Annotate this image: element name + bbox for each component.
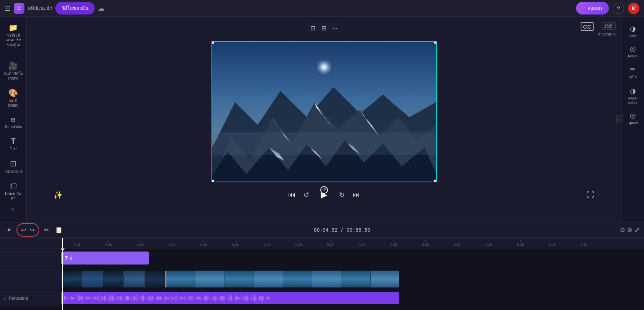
ruler-mark-5: 0:18 [220, 240, 251, 247]
add-track-button[interactable]: ✦ [5, 224, 13, 236]
timeline-area: ✦ ↩ ↪ ✂ 📋 00:04.32 / 00:36.50 ⌄ ⊖ ⊕ ⤢ 0:… [0, 222, 644, 310]
zoom-out-button[interactable]: ⊖ [620, 226, 625, 234]
right-panel-speed[interactable]: ◎ Speed [622, 109, 644, 128]
more-button[interactable]: ··· [331, 24, 339, 32]
undo-button[interactable]: ↩ [19, 225, 27, 235]
sidebar-item-record[interactable]: 🎥 บันทึกวิดีโอcreate [2, 58, 25, 84]
right-panel-fade[interactable]: ◑ Fade [622, 21, 644, 41]
preview-area: CC 16:9 คำบรรยาย ⊡ ⊞ ··· [27, 17, 621, 222]
skip-back-button[interactable]: ⏮ [288, 190, 296, 199]
folder-icon: 📁 [8, 23, 18, 32]
ruler-mark-9: 0:30 [346, 240, 378, 247]
right-panel-adjust[interactable]: ◑ Adjust colors [622, 84, 644, 108]
forward-button[interactable]: ↻ [339, 191, 345, 199]
adjust-icon: ◑ [630, 87, 636, 95]
cc-badge[interactable]: CC [581, 22, 594, 31]
handle-tl[interactable] [211, 41, 214, 44]
sidebar-item-label-templates: Templates [5, 125, 22, 129]
text-icon: T [11, 137, 15, 146]
waveform [64, 295, 396, 302]
app-logo: C [14, 3, 24, 14]
crop-button[interactable]: ⊡ [309, 24, 317, 32]
edit-icon: ✏ [630, 65, 636, 73]
text-track-content: ธ. [70, 255, 74, 262]
timeline-ruler: 0:03 0:06 0:09 0:12 0:15 0:18 0:21 0:24 … [0, 238, 644, 248]
ruler-mark-7: 0:24 [283, 240, 315, 247]
topbar-left: ☰ C คลิปแนะนำ วิดีโอของฉัน ☁ [5, 2, 572, 15]
left-sidebar: 📁 การซิงค์เดนมาร์ชของคุณ 🎥 บันทึกวิดีโอc… [0, 17, 27, 222]
right-panel-adjust-label: Adjust colors [624, 96, 642, 105]
paste-button[interactable]: 📋 [53, 225, 64, 235]
clip-split-marker [165, 271, 166, 287]
sidebar-item-label-transitions: Transitions [4, 169, 23, 174]
record-icon: 🎥 [8, 61, 18, 70]
cut-button[interactable]: ✂ [42, 225, 50, 235]
topbar: ☰ C คลิปแนะนำ วิดีโอของฉัน ☁ ↑ ส่งออก ? … [0, 0, 644, 17]
audio-track-content[interactable] [61, 292, 399, 304]
rotate-handle[interactable]: ↺ [320, 186, 328, 194]
rewind-button[interactable]: ↺ [303, 191, 309, 199]
sidebar-separator [6, 55, 21, 55]
video-frame-wrapper: ↺ [211, 41, 437, 182]
redo-button[interactable]: ↪ [28, 225, 36, 235]
text-track-block[interactable]: T ธ. [61, 252, 149, 265]
ruler-marks: 0:03 0:06 0:09 0:12 0:15 0:18 0:21 0:24 … [61, 240, 600, 247]
right-panel-filters[interactable]: ◎ Filters [622, 42, 644, 61]
ruler-mark-13: 0:42 [473, 240, 505, 247]
mountain-svg [212, 42, 436, 182]
zoom-fit-button[interactable]: ⤢ [634, 226, 639, 234]
magic-edit-button[interactable]: ✨ [53, 190, 63, 200]
right-panel-filters-label: Filters [628, 54, 638, 58]
subtitle-label: คำบรรยาย [598, 31, 616, 37]
sidebar-item-label-record: บันทึกวิดีโอcreate [4, 71, 23, 81]
text-icon-track: T [65, 255, 68, 261]
tab-my-video[interactable]: วิดีโอของฉัน [55, 2, 95, 15]
text-track-row: T ธ. [0, 248, 644, 268]
right-panel-collapse-btn[interactable]: ‹ [616, 115, 623, 124]
ruler-mark-16: 0:51 [568, 240, 600, 247]
fullscreen-button[interactable]: ⛶ [587, 190, 594, 199]
sidebar-item-library[interactable]: 🎨 ชุดสีlibrary [2, 85, 25, 111]
handle-br[interactable] [434, 180, 437, 182]
video-clip-2[interactable] [166, 271, 399, 287]
handle-tr[interactable] [434, 41, 437, 44]
library-icon: 🎨 [8, 88, 18, 97]
ruler-mark-6: 0:21 [251, 240, 283, 247]
center-panel: CC 16:9 คำบรรยาย ⊡ ⊞ ··· [27, 17, 621, 222]
ruler-mark-14: 0:45 [505, 240, 536, 247]
undo-redo-group: ↩ ↪ [16, 223, 39, 237]
ruler-mark-2: 0:09 [124, 240, 156, 247]
right-panel-edit[interactable]: ✏ แก้ไข [622, 62, 644, 83]
audio-track-name: Transcend [8, 296, 28, 300]
timeline-tracks: T ธ. [0, 248, 644, 310]
ruler-mark-12: 0:39 [441, 240, 473, 247]
help-button[interactable]: ? [613, 3, 624, 14]
sidebar-expand-btn[interactable]: > [10, 205, 16, 214]
sidebar-item-text[interactable]: T Text [2, 134, 25, 154]
text-track-label [0, 248, 61, 268]
video-track-row [0, 268, 644, 291]
right-panel-fade-label: Fade [629, 34, 637, 38]
ruler-mark-0: 0:03 [61, 240, 93, 247]
sidebar-item-transitions[interactable]: ⊡ Transitions [2, 156, 25, 177]
ruler-playhead [62, 238, 63, 248]
layout-button[interactable]: ⊞ [320, 24, 328, 32]
right-panel-speed-label: Speed [628, 121, 638, 125]
zoom-in-button[interactable]: ⊕ [627, 226, 632, 234]
bottom-collapse-btn[interactable]: ⌄ [634, 2, 639, 8]
handle-bl[interactable] [211, 180, 214, 182]
hamburger-icon[interactable]: ☰ [5, 4, 11, 13]
video-clip-1[interactable] [61, 271, 165, 287]
aspect-ratio-badge: 16:9 [601, 22, 616, 30]
timeline-time-display: 00:04.32 / 00:36.50 [67, 227, 617, 233]
sidebar-item-templates[interactable]: ⊞ Templates [2, 112, 25, 132]
topbar-right: ↑ ส่งออก ? K [576, 2, 640, 15]
ruler-mark-8: 0:27 [315, 240, 346, 247]
sidebar-item-folder[interactable]: 📁 การซิงค์เดนมาร์ชของคุณ [2, 20, 25, 50]
skip-forward-button[interactable]: ⏭ [352, 190, 360, 199]
svg-point-1 [307, 58, 341, 93]
video-frame [211, 41, 437, 182]
preview-toolbar: ⊡ ⊞ ··· [305, 22, 343, 34]
export-button[interactable]: ↑ ส่งออก [576, 2, 609, 15]
sidebar-item-brand[interactable]: 🏷 Brand อัพหา [2, 179, 25, 204]
